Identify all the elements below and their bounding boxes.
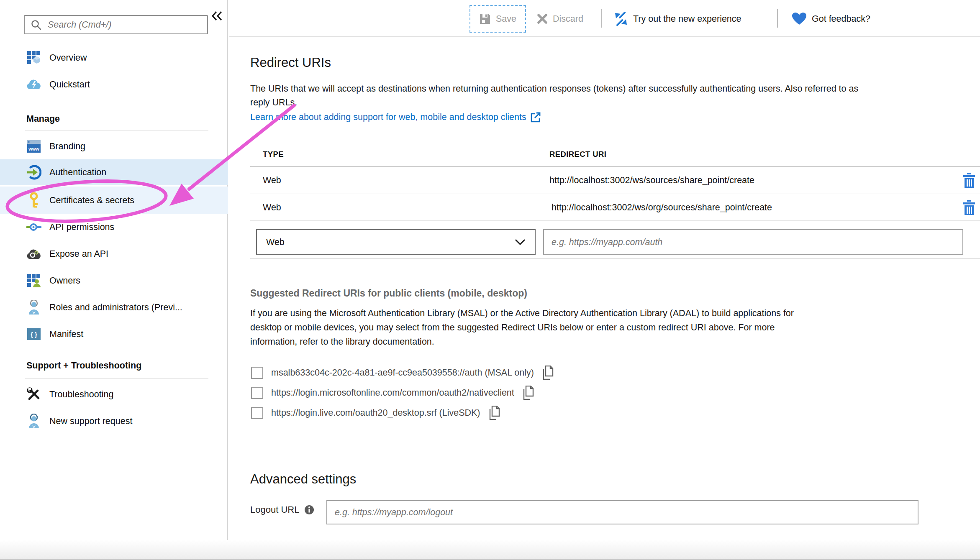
description-line: desktop or mobile devices, you may selec… [250,320,794,335]
command-bar: Save Discard Try out the new experience … [229,0,980,37]
copy-icon [522,386,535,400]
divider [601,9,602,28]
trash-icon [962,200,976,215]
copy-button[interactable] [522,386,535,400]
save-button[interactable]: Save [469,5,526,33]
key-icon [26,193,41,208]
authentication-icon [26,165,41,180]
divider [777,9,778,28]
logout-url-row: Logout URL [250,504,314,515]
row-uri: http://localhost:3002/ws/org/sources/sha… [552,202,772,213]
sidebar-item-quickstart[interactable]: Quickstart [0,72,228,97]
sidebar-item-label: Quickstart [49,79,90,90]
heart-icon [792,12,807,26]
divider [25,130,208,130]
sidebar-item-label: Manifest [49,329,83,340]
description-line: reply URLs. [250,96,858,110]
copy-button[interactable] [542,366,554,380]
api-permissions-icon [26,220,41,235]
sidebar-item-manifest[interactable]: { } Manifest [0,321,228,347]
table-header-rule [250,166,980,167]
redirect-type-selected-value: Web [266,237,515,248]
sidebar-item-expose-an-api[interactable]: Expose an API [0,241,228,267]
search-input[interactable] [47,16,207,33]
sidebar-item-api-permissions[interactable]: API permissions [0,214,228,240]
copy-icon [488,406,501,420]
redirect-uris-title: Redirect URIs [250,55,331,70]
discard-button[interactable]: Discard [537,5,583,33]
row-type: Web [263,175,281,186]
sidebar-item-label: Branding [49,141,85,152]
svg-text:{ }: { } [31,331,37,338]
copy-icon [542,366,554,380]
chevron-down-icon [515,239,526,245]
info-icon[interactable] [304,505,314,515]
sidebar-item-roles-administrators[interactable]: Roles and administrators (Previ... [0,294,228,320]
sidebar-item-branding[interactable]: www Branding [0,133,228,159]
sidebar-item-owners[interactable]: Owners [0,268,228,294]
expose-api-icon [26,246,41,261]
external-link-icon [531,112,541,123]
trash-icon [962,173,976,188]
manifest-icon: { } [26,327,41,342]
redirect-uris-description: The URIs that we will accept as destinat… [250,82,858,110]
sidebar-item-label: New support request [49,416,132,427]
roles-administrators-icon [26,300,41,315]
delete-uri-button[interactable] [962,200,976,217]
row-divider [250,194,980,194]
suggested-uris-description: If you are using the Microsoft Authentic… [250,306,794,349]
troubleshooting-icon [26,387,41,402]
sidebar-item-certificates-secrets[interactable]: Certificates & secrets [0,187,228,214]
suggested-uri-label: https://login.microsoftonline.com/common… [271,388,514,398]
logout-url-input[interactable] [326,500,918,524]
sidebar-item-overview[interactable]: Overview [0,45,228,71]
save-icon [479,13,491,25]
suggested-uri-option: msalb633c04c-202c-4a81-ae9f-cc9ea5039558… [251,366,554,380]
section-divider [250,258,980,259]
suggested-uri-checkbox[interactable] [251,367,263,379]
owners-icon [26,273,41,288]
suggested-uri-checkbox[interactable] [251,387,263,399]
learn-more-link-label: Learn more about adding support for web,… [250,112,526,123]
sidebar-item-label: Roles and administrators (Previ... [49,302,182,313]
sidebar-item-label: Expose an API [49,249,108,259]
try-new-experience-button[interactable]: Try out the new experience [614,5,741,33]
save-label: Save [496,14,516,24]
description-line: If you are using the Microsoft Authentic… [250,306,794,320]
svg-text:www: www [28,146,39,151]
search-icon [31,19,42,31]
sidebar-item-label: API permissions [49,222,114,233]
new-support-request-icon [26,414,41,429]
search-box[interactable] [24,15,208,34]
sidebar-item-new-support-request[interactable]: New support request [0,408,228,434]
got-feedback-button[interactable]: Got feedback? [792,5,870,33]
suggested-uri-label: https://login.live.com/oauth20_desktop.s… [271,408,480,418]
sidebar-item-label: Owners [49,276,80,286]
delete-uri-button[interactable] [962,173,976,189]
suggested-uri-checkbox[interactable] [251,407,263,419]
row-type: Web [263,202,281,213]
row-uri: http://localhost:3002/ws/sources/share_p… [549,175,754,186]
bottom-fade [0,540,980,559]
copy-button[interactable] [488,406,501,420]
new-redirect-uri-input[interactable] [543,229,963,255]
quickstart-icon [26,77,41,92]
description-line: information, refer to the library docume… [250,335,794,349]
learn-more-link[interactable]: Learn more about adding support for web,… [250,112,541,123]
row-divider [250,220,980,221]
sidebar-item-troubleshooting[interactable]: Troubleshooting [0,381,228,407]
sidebar-section-header-manage: Manage [26,114,60,124]
sidebar-section-header-support: Support + Troubleshooting [26,361,141,371]
switch-arrows-icon [614,12,628,26]
sidebar-item-authentication[interactable]: Authentication [0,159,228,185]
collapse-sidebar-button[interactable] [210,8,225,23]
logout-url-label: Logout URL [250,504,299,515]
sidebar-item-label: Troubleshooting [49,389,113,400]
sidebar-item-label: Certificates & secrets [49,195,134,206]
divider [25,378,208,379]
redirect-type-select[interactable]: Web [256,229,536,255]
branding-icon: www [26,139,41,154]
description-line: The URIs that we will accept as destinat… [250,82,858,96]
sidebar-item-label: Authentication [49,167,106,178]
column-header-redirect-uri: REDIRECT URI [549,150,606,159]
